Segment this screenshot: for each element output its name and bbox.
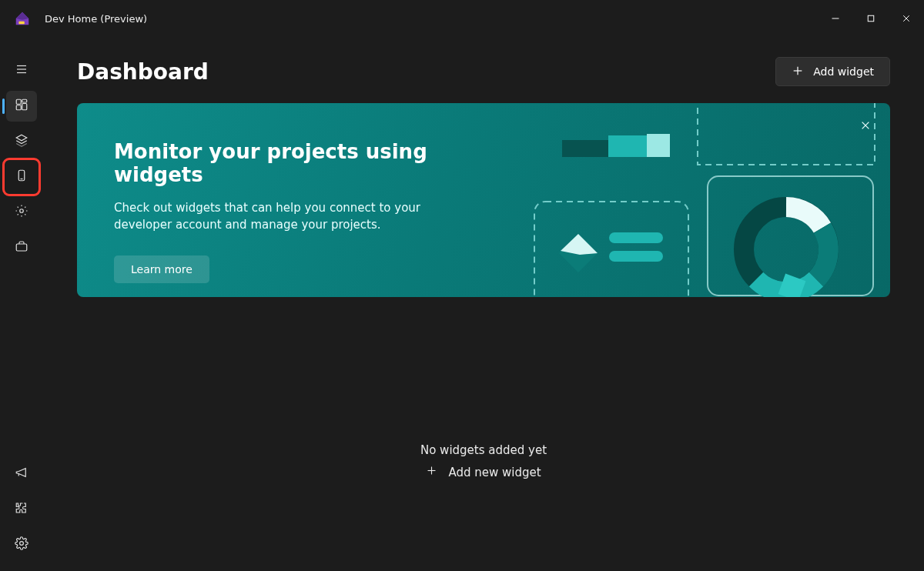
svg-marker-27 xyxy=(559,234,598,272)
sidebar xyxy=(0,37,43,571)
sidebar-item-layers[interactable] xyxy=(6,126,37,157)
banner-description: Check out widgets that can help you conn… xyxy=(114,200,468,234)
svg-rect-24 xyxy=(562,140,608,157)
svg-rect-26 xyxy=(647,134,670,157)
page-header: Dashboard Add widget xyxy=(77,57,890,86)
gear-small-icon xyxy=(15,204,28,221)
learn-more-label: Learn more xyxy=(131,263,192,275)
sidebar-item-feedback[interactable] xyxy=(6,459,37,489)
title-bar: Dev Home (Preview) xyxy=(0,0,924,37)
window-close-button[interactable] xyxy=(889,6,924,31)
sidebar-item-settings[interactable] xyxy=(6,529,37,560)
svg-point-17 xyxy=(20,542,24,546)
sidebar-item-extensions[interactable] xyxy=(6,494,37,525)
window-controls xyxy=(818,6,924,31)
svg-rect-8 xyxy=(16,99,21,104)
svg-rect-11 xyxy=(16,105,21,110)
banner-title: Monitor your projects using widgets xyxy=(114,140,485,186)
hamburger-icon xyxy=(15,62,28,79)
puzzle-icon xyxy=(15,501,28,518)
svg-rect-30 xyxy=(609,251,663,262)
empty-state-action-label: Add new widget xyxy=(448,466,541,479)
empty-state-title: No widgets added yet xyxy=(420,443,547,457)
add-new-widget-button[interactable]: Add new widget xyxy=(426,465,541,479)
sidebar-item-device[interactable] xyxy=(6,162,37,192)
svg-rect-32 xyxy=(778,274,806,297)
banner-illustration xyxy=(521,103,890,297)
svg-rect-16 xyxy=(16,244,27,251)
app-icon xyxy=(14,10,31,27)
device-icon xyxy=(15,169,28,185)
empty-state: No widgets added yet Add new widget xyxy=(77,443,890,479)
banner-close-button[interactable] xyxy=(853,114,878,139)
add-widget-button[interactable]: Add widget xyxy=(775,57,890,86)
svg-point-31 xyxy=(744,207,829,292)
svg-rect-25 xyxy=(608,135,647,157)
intro-banner: Monitor your projects using widgets Chec… xyxy=(77,103,890,297)
plus-icon xyxy=(792,65,804,79)
toolbox-icon xyxy=(15,239,28,256)
app-title: Dev Home (Preview) xyxy=(45,13,147,25)
svg-rect-29 xyxy=(609,232,663,243)
svg-rect-23 xyxy=(534,202,688,297)
main-content: Dashboard Add widget Monitor your projec… xyxy=(43,37,924,571)
svg-rect-0 xyxy=(18,22,24,25)
svg-rect-2 xyxy=(868,15,874,22)
close-icon xyxy=(860,119,871,134)
page-title: Dashboard xyxy=(77,59,209,85)
gear-icon xyxy=(15,536,28,553)
window-minimize-button[interactable] xyxy=(818,6,853,31)
svg-point-15 xyxy=(20,209,24,213)
add-widget-label: Add widget xyxy=(813,65,874,78)
svg-marker-28 xyxy=(561,234,598,255)
window-maximize-button[interactable] xyxy=(853,6,889,31)
learn-more-button[interactable]: Learn more xyxy=(114,255,209,283)
sidebar-item-manage[interactable] xyxy=(6,197,37,228)
svg-marker-12 xyxy=(16,135,27,141)
sidebar-item-toolbox[interactable] xyxy=(6,232,37,263)
dashboard-icon xyxy=(15,98,28,115)
svg-rect-10 xyxy=(22,104,27,110)
plus-icon xyxy=(426,465,437,479)
megaphone-icon xyxy=(15,466,28,483)
layers-icon xyxy=(15,133,28,150)
sidebar-item-dashboard[interactable] xyxy=(6,91,37,122)
sidebar-hamburger-button[interactable] xyxy=(6,55,37,86)
svg-rect-22 xyxy=(708,176,873,296)
svg-rect-9 xyxy=(22,99,27,102)
